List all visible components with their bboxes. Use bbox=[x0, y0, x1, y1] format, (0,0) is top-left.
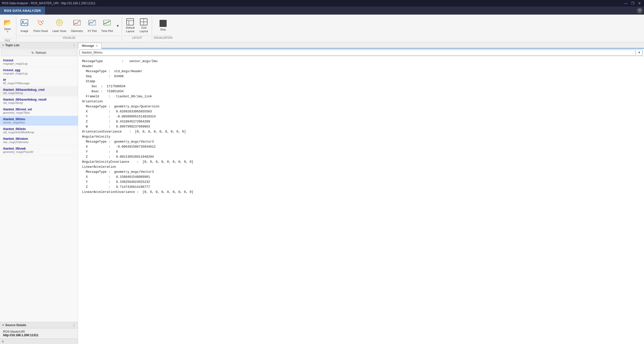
source-uri-value: http://10.168.1.200:11311 bbox=[3, 333, 75, 337]
source-details-menu-button[interactable]: ⋮ bbox=[72, 323, 76, 327]
source-details-content: ROS MasterURI http://10.168.1.200:11311 bbox=[0, 328, 78, 338]
visualization-group: Stop bbox=[157, 16, 170, 36]
svg-point-12 bbox=[59, 22, 60, 23]
time-plot-button[interactable]: Time Plot bbox=[99, 16, 115, 36]
message-line: Y : -0.005098951514810324 bbox=[82, 114, 640, 119]
topic-name: /tianbot_06/cmd_vel bbox=[3, 108, 75, 111]
point-cloud-button[interactable]: Point Cloud bbox=[31, 16, 50, 36]
bottom-label: K bbox=[2, 340, 4, 343]
message-line: OrientationCovariance : [0, 0, 0, 0, 0, … bbox=[82, 129, 640, 134]
message-line: LinearAccelerationCovariance : [0, 0, 0,… bbox=[82, 190, 640, 195]
svg-point-8 bbox=[43, 21, 44, 22]
message-line: X : 0.02092033065855503 bbox=[82, 109, 640, 114]
message-line: X : -0.006391586735844612 bbox=[82, 144, 640, 149]
topic-type: sensor_msgs/Imu bbox=[3, 121, 75, 124]
image-icon bbox=[20, 19, 28, 28]
svg-point-1 bbox=[22, 21, 24, 22]
open-label: Open bbox=[4, 27, 11, 30]
grid-layout-icon bbox=[140, 18, 147, 26]
minimize-button[interactable]: — bbox=[623, 1, 629, 5]
source-details-header: Source Details ⋮ bbox=[0, 322, 78, 328]
xy-plot-button[interactable]: XY Plot bbox=[86, 16, 99, 36]
message-line: Stamp bbox=[82, 79, 640, 84]
topic-name: /tianbot_06/uwb bbox=[3, 147, 75, 150]
topic-item-odom[interactable]: /tianbot_06/odom nav_msgs/Odometry bbox=[0, 136, 78, 145]
topic-selector-input[interactable] bbox=[80, 50, 636, 56]
close-button[interactable]: ✕ bbox=[637, 1, 642, 5]
source-uri-label: ROS MasterURI bbox=[3, 330, 75, 333]
message-line: MessageType : geometry_msgs/Vector3 bbox=[82, 139, 640, 144]
topic-item-rosout-agg[interactable]: /rosout_agg rosgraph_msgs/Log bbox=[0, 67, 78, 77]
refresh-button[interactable]: ↻ Refresh bbox=[1, 50, 77, 56]
stop-button[interactable]: Stop bbox=[157, 16, 170, 36]
message-line: W : 0.8997998237609863 bbox=[82, 124, 640, 129]
topic-type: std_msgs/String bbox=[3, 92, 75, 95]
topic-item-tf[interactable]: /tf tf2_msgs/TFMessage bbox=[0, 77, 78, 87]
topic-item-cmd-vel[interactable]: /tianbot_06/cmd_vel geometry_msgs/Twist bbox=[0, 106, 78, 116]
default-layout-label: DefaultLayout bbox=[126, 26, 135, 33]
svg-point-4 bbox=[41, 22, 42, 23]
topic-list-header: Topic List ⋮ bbox=[0, 42, 78, 49]
topic-type: rosgraph_msgs/Log bbox=[3, 72, 75, 75]
topic-item-debug-result[interactable]: /tianbot_06/base/debug_result std_msgs/S… bbox=[0, 96, 78, 106]
topic-type: rosgraph_msgs/Log bbox=[3, 62, 75, 65]
help-button[interactable]: ? bbox=[637, 8, 642, 13]
svg-rect-0 bbox=[21, 20, 28, 26]
message-line: MessageType : geometry_msgs/Quaternion bbox=[82, 104, 640, 109]
time-plot-icon bbox=[103, 19, 111, 28]
left-panel: Topic List ⋮ ↻ Refresh /rosout rosgraph_… bbox=[0, 42, 78, 344]
message-line: Sec : 1717580934 bbox=[82, 84, 640, 89]
topic-item-imu[interactable]: /tianbot_06/imu sensor_msgs/Imu bbox=[0, 116, 78, 126]
default-layout-icon bbox=[126, 18, 134, 26]
titlebar: ROS Data Analyzer - ROS_MASTER_URI : htt… bbox=[0, 0, 644, 7]
topic-name: /tianbot_06/imu bbox=[3, 117, 75, 121]
toolbar: 📂 Open ▾ FILE Image bbox=[0, 15, 644, 42]
topic-selector-dropdown-button[interactable]: ▼ bbox=[636, 50, 642, 56]
topic-item-rosout[interactable]: /rosout rosgraph_msgs/Log bbox=[0, 57, 78, 67]
more-visualize-button[interactable]: ▾ bbox=[115, 16, 120, 36]
stop-label: Stop bbox=[160, 28, 166, 31]
topic-list-menu-button[interactable]: ⋮ bbox=[72, 43, 76, 47]
main-area: Topic List ⋮ ↻ Refresh /rosout rosgraph_… bbox=[0, 42, 644, 344]
topic-name: /tianbot_06/odom bbox=[3, 137, 75, 141]
image-button[interactable]: Image bbox=[18, 16, 31, 36]
visualization-section-label: VISUALIZATION bbox=[154, 36, 172, 39]
refresh-label: Refresh bbox=[35, 51, 46, 55]
topic-type: tf2_msgs/TFMessage bbox=[3, 82, 75, 85]
visualize-section-label: VISUALIZE bbox=[18, 36, 120, 39]
message-line: LinearAcceleration bbox=[82, 164, 640, 169]
message-line: MessageType : std_msgs/Header bbox=[82, 69, 640, 74]
topic-list-title: Topic List bbox=[2, 44, 19, 47]
topic-selector-bar: ▼ bbox=[78, 49, 644, 57]
odometry-button[interactable]: Odometry bbox=[69, 16, 85, 36]
stop-icon bbox=[160, 20, 167, 27]
time-plot-label: Time Plot bbox=[101, 29, 113, 33]
open-button[interactable]: 📂 Open ▾ bbox=[2, 17, 14, 37]
laser-scan-button[interactable]: Laser Scan bbox=[50, 16, 68, 36]
topic-name: /tianbot_06/base/debug_cmd bbox=[3, 88, 75, 92]
svg-rect-30 bbox=[160, 20, 166, 26]
topic-item-leds[interactable]: /tianbot_06/leds std_msgs/Int32MultiArra… bbox=[0, 126, 78, 136]
tab-strip: Message ✕ bbox=[78, 42, 644, 49]
topic-name: /tianbot_06/leds bbox=[3, 127, 75, 131]
message-line: Z : 0.4318845272064209 bbox=[82, 119, 640, 124]
tab-close-button[interactable]: ✕ bbox=[96, 44, 98, 48]
layout-section-label: LAYOUT bbox=[124, 36, 150, 39]
separator-1 bbox=[16, 17, 16, 41]
grid-layout-button[interactable]: GridLayout bbox=[137, 16, 150, 36]
svg-rect-24 bbox=[127, 19, 134, 25]
topic-name: /rosout_agg bbox=[3, 68, 75, 72]
message-line: AngularVelocityCovariance : [0, 0, 0, 0,… bbox=[82, 159, 640, 164]
svg-point-2 bbox=[38, 22, 39, 23]
topic-item-uwb[interactable]: /tianbot_06/uwb geometry_msgs/Pose2D bbox=[0, 145, 78, 155]
app-title: ROS DATA ANALYZER bbox=[0, 7, 45, 15]
topic-type: geometry_msgs/Twist bbox=[3, 111, 75, 114]
bottom-bar: K bbox=[0, 338, 78, 344]
message-line: FrameId : tianbot_06/imu_link bbox=[82, 94, 640, 99]
default-layout-button[interactable]: DefaultLayout bbox=[124, 16, 137, 36]
topic-item-debug-cmd[interactable]: /tianbot_06/base/debug_cmd std_msgs/Stri… bbox=[0, 87, 78, 96]
titlebar-text: ROS Data Analyzer - ROS_MASTER_URI : htt… bbox=[2, 2, 96, 5]
message-tab[interactable]: Message ✕ bbox=[78, 43, 102, 49]
maximize-button[interactable]: ❐ bbox=[630, 1, 635, 5]
topic-name: /tf bbox=[3, 78, 75, 82]
